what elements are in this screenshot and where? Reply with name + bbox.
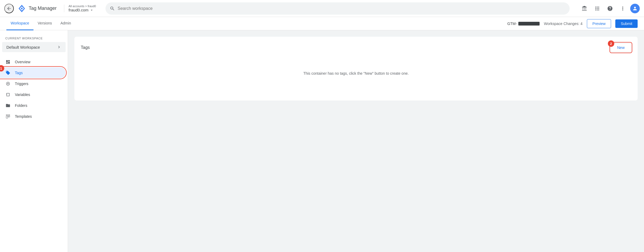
avatar[interactable] bbox=[630, 4, 640, 13]
search-icon bbox=[110, 6, 115, 11]
gtm-id: GTM- bbox=[507, 22, 540, 26]
preview-button[interactable]: Preview bbox=[587, 19, 611, 28]
content-area: Tags 2 New This container has no tags, c… bbox=[68, 30, 644, 252]
workspace-changes: Workspace Changes: 4 bbox=[544, 22, 582, 26]
overview-icon bbox=[5, 59, 11, 65]
topbar-actions bbox=[579, 3, 640, 14]
chevron-right-icon bbox=[57, 45, 61, 49]
gtm-masked-value bbox=[518, 22, 540, 26]
workspace-selector[interactable]: Default Workspace bbox=[2, 42, 66, 52]
current-workspace-label: CURRENT WORKSPACE bbox=[0, 35, 68, 41]
logo: Tag Manager bbox=[17, 4, 57, 13]
sidebar-item-triggers[interactable]: Triggers bbox=[0, 78, 66, 89]
account-info: All accounts > fraud0 fraud0.com bbox=[64, 5, 96, 12]
tab-versions[interactable]: Versions bbox=[33, 17, 56, 30]
subnav: Workspace Versions Admin GTM- Workspace … bbox=[0, 17, 644, 30]
svg-rect-4 bbox=[8, 116, 10, 117]
more-vert-icon[interactable] bbox=[617, 3, 628, 14]
search-input[interactable] bbox=[118, 6, 565, 11]
triggers-icon bbox=[5, 81, 11, 86]
subnav-right: GTM- Workspace Changes: 4 Preview Submit bbox=[507, 19, 638, 28]
sidebar-item-label-triggers: Triggers bbox=[15, 82, 28, 86]
sidebar-item-label-variables: Variables bbox=[15, 93, 30, 97]
help-icon[interactable] bbox=[605, 3, 615, 14]
sidebar-item-label-folders: Folders bbox=[15, 103, 27, 108]
account-name-dropdown[interactable]: fraud0.com bbox=[69, 8, 96, 12]
sidebar-item-label-tags: Tags bbox=[15, 71, 23, 75]
folders-icon bbox=[5, 103, 11, 108]
content-card: Tags 2 New This container has no tags, c… bbox=[74, 37, 638, 100]
workspace-name: Default Workspace bbox=[6, 45, 40, 49]
tags-nav-wrapper: 1 Tags bbox=[0, 67, 68, 78]
sidebar-item-tags[interactable]: Tags bbox=[0, 67, 66, 78]
card-title: Tags bbox=[81, 45, 90, 50]
templates-icon bbox=[5, 114, 11, 119]
empty-state: This container has no tags, click the "N… bbox=[81, 58, 631, 88]
apps-grid-icon[interactable] bbox=[592, 3, 603, 14]
sidebar-item-folders[interactable]: Folders bbox=[0, 100, 66, 111]
svg-rect-3 bbox=[6, 116, 8, 118]
card-header: Tags 2 New bbox=[81, 43, 631, 52]
tab-admin[interactable]: Admin bbox=[56, 17, 75, 30]
sidebar-item-overview[interactable]: Overview bbox=[0, 56, 66, 67]
account-breadcrumb: All accounts > fraud0 bbox=[69, 5, 96, 8]
tab-workspace[interactable]: Workspace bbox=[6, 17, 33, 30]
sidebar-item-variables[interactable]: Variables bbox=[0, 89, 66, 100]
sidebar-nav: Overview 1 Tags Triggers bbox=[0, 56, 68, 122]
new-btn-container: 2 New bbox=[611, 43, 631, 52]
back-button[interactable] bbox=[4, 4, 14, 13]
submit-button[interactable]: Submit bbox=[615, 19, 638, 28]
app-name-label: Tag Manager bbox=[29, 6, 57, 11]
svg-point-1 bbox=[7, 83, 9, 85]
main-layout: CURRENT WORKSPACE Default Workspace Over… bbox=[0, 30, 644, 252]
topbar: Tag Manager All accounts > fraud0 fraud0… bbox=[0, 0, 644, 17]
sidebar: CURRENT WORKSPACE Default Workspace Over… bbox=[0, 30, 68, 252]
sidebar-item-templates[interactable]: Templates bbox=[0, 111, 66, 122]
variables-icon bbox=[5, 92, 11, 97]
search-bar[interactable] bbox=[105, 2, 570, 15]
tags-icon bbox=[5, 70, 11, 75]
sidebar-item-label-templates: Templates bbox=[15, 114, 32, 119]
apps-icon[interactable] bbox=[579, 3, 590, 14]
annotation-badge-2: 2 bbox=[608, 40, 614, 47]
sidebar-item-label-overview: Overview bbox=[15, 60, 30, 64]
svg-rect-2 bbox=[6, 115, 10, 116]
